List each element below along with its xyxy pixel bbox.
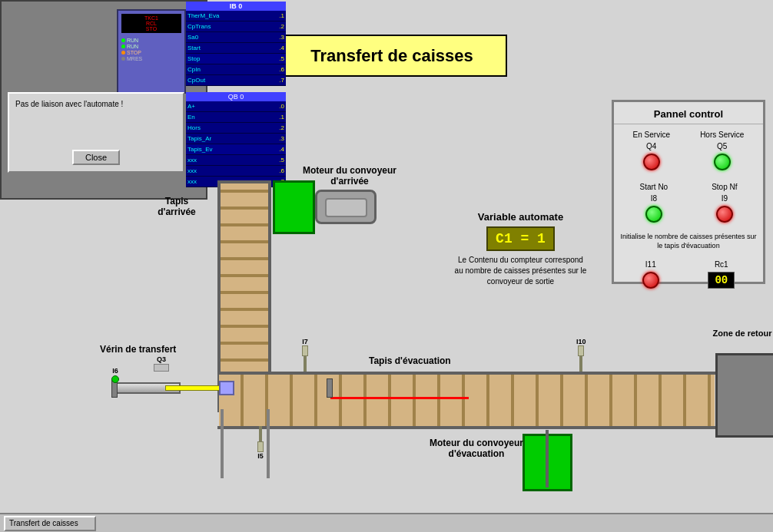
io-label-cptrans: CpTrans — [187, 23, 274, 30]
i7-sensor: I7 — [302, 338, 308, 372]
moteur-arrivee-text: Moteur du convoyeur d'arrivée — [303, 165, 396, 187]
rc1-description: Initialise le nombre de caisses présente… — [614, 229, 763, 254]
io-row-sa0: Sa0 .3 — [186, 32, 286, 43]
tapis-arrivee-label: Tapisd'arrivée — [138, 196, 215, 217]
dialog-text: Pas de liaison avec l'automate ! — [15, 100, 177, 108]
qb-row-tapis-ar: Tapis_Ar .3 — [186, 134, 286, 144]
qb-bit-xxx2: .6 — [274, 167, 284, 174]
io-bit-cptrans: .2 — [274, 23, 284, 30]
i7-body — [302, 345, 308, 356]
verin-text: Vérin de transfert — [100, 344, 176, 355]
qb-bit-tapis-ev: .4 — [274, 146, 284, 153]
i5-label: I5 — [257, 452, 264, 460]
i7-label: I7 — [302, 338, 308, 345]
en-service-led[interactable] — [643, 154, 660, 170]
io-table: IB 0 TherM_Eva .1 CpTrans .2 Sa0 .3 Star… — [186, 2, 286, 86]
qb-row-hors: Hors .2 — [186, 123, 286, 134]
evac-frame-bottom — [217, 426, 717, 429]
panel-control: Pannel control En Service Q4 Hors Servic… — [612, 100, 765, 284]
stop-led-row: STOP — [121, 50, 181, 55]
qb-bit-xxx1: .5 — [274, 157, 284, 164]
q3-indicator: Q3 — [154, 355, 169, 372]
panel-service-row: En Service Q4 Hors Service Q5 — [614, 124, 763, 177]
qb-row-xxx1: xxx .5 — [186, 155, 286, 166]
i10-body — [578, 345, 584, 356]
red-line-indicator — [330, 397, 469, 399]
io-table-header: IB 0 — [186, 2, 286, 11]
stop-nf-io: I9 — [722, 194, 728, 203]
run-led-row: RUN — [121, 38, 181, 43]
belt-arrival-top-frame — [217, 180, 271, 183]
tapis-arrivee-text: Tapisd'arrivée — [158, 196, 196, 217]
rc1-item: Rc1 00 — [708, 260, 735, 289]
qb-row-en: En .1 — [186, 112, 286, 123]
qb-label-tapis-ar: Tapis_Ar — [187, 135, 274, 142]
io-bit-sa0: .3 — [274, 34, 284, 41]
belt-connection-right — [267, 409, 270, 478]
motor-arrival-mechanical — [315, 190, 377, 224]
dialog-box: Pas de liaison avec l'automate ! Close — [8, 92, 184, 173]
io-label-stop: Stop — [187, 55, 274, 62]
stop-nf-label: Stop Nf — [712, 183, 737, 191]
zone-retour-label: Zone de retour — [712, 329, 773, 338]
i11-led[interactable] — [642, 272, 659, 289]
panel-start-stop-row: Start No I8 Stop Nf I9 — [614, 177, 763, 229]
en-service-io: Q4 — [646, 142, 656, 150]
io-row-cpout: CpOut .7 — [186, 75, 286, 86]
belt-connection-left — [221, 409, 224, 478]
cpu-display: TKC1 RCL STO — [121, 14, 181, 33]
motor-arrival-rotor — [325, 198, 367, 217]
io-bit-cpin: .6 — [274, 66, 284, 73]
panel-control-title: Pannel control — [614, 102, 763, 124]
mres-led — [121, 57, 125, 61]
zone-retour — [715, 353, 773, 438]
close-button[interactable]: Close — [72, 150, 120, 165]
i5-stem — [259, 426, 262, 441]
io-row-therm: TherM_Eva .1 — [186, 11, 286, 21]
stop-led — [121, 51, 125, 55]
qb-bit-a+: .0 — [274, 103, 284, 110]
cpu-block: TKC1 RCL STO RUN RUN STOP MRES — [117, 9, 186, 94]
page-title: Transfert de caisses — [310, 46, 473, 66]
qb-label-hors: Hors — [187, 124, 274, 131]
stop-label: STOP — [127, 50, 141, 55]
io-bit-cpout: .7 — [274, 77, 284, 84]
rc1-desc-text: Initialise le nombre de caisses présente… — [620, 233, 756, 249]
stop-nf-led[interactable] — [716, 206, 733, 223]
qb-table-header: QB 0 — [186, 92, 286, 101]
io-row-cptrans: CpTrans .2 — [186, 21, 286, 32]
io-label-therm: TherM_Eva — [187, 12, 274, 19]
rc1-value: 00 — [708, 272, 735, 289]
qb-bit-en: .1 — [274, 114, 284, 121]
start-no-label: Start No — [639, 183, 668, 191]
hors-service-led[interactable] — [714, 154, 731, 170]
verin-head — [219, 381, 234, 395]
io-bit-stop: .5 — [274, 55, 284, 62]
verin-mount-right — [327, 378, 333, 398]
dialog-message: Pas de liaison avec l'automate ! — [9, 94, 183, 114]
moteur-evac-label: Moteur du convoyeur d'évacuation — [426, 438, 526, 459]
run2-led — [121, 45, 125, 48]
io-label-cpin: CpIn — [187, 66, 274, 73]
en-service-item: En Service Q4 — [633, 131, 670, 170]
counter-desc: Le Contenu du compteur correspond au nom… — [453, 255, 588, 287]
io-bit-start: .4 — [274, 45, 284, 51]
i6-label: I6 — [112, 367, 118, 375]
mres-led-row: MRES — [121, 56, 181, 61]
io-row-stop: Stop .5 — [186, 54, 286, 64]
hors-service-item: Hors Service Q5 — [700, 131, 744, 170]
start-no-led[interactable] — [645, 206, 662, 223]
taskbar-item-1[interactable]: Transfert de caisses — [4, 516, 96, 531]
run-led — [121, 38, 125, 42]
taskbar: Transfert de caisses — [0, 513, 773, 532]
io-label-sa0: Sa0 — [187, 34, 274, 41]
rc1-label: Rc1 — [715, 260, 728, 269]
i6-led — [111, 375, 119, 383]
evac-frame-top — [217, 372, 717, 375]
run2-label: RUN — [127, 44, 138, 49]
io-row-start: Start .4 — [186, 43, 286, 54]
motor-arrival-green-box — [273, 180, 315, 234]
qb-label-xxx1: xxx — [187, 157, 274, 164]
i7-stem — [304, 356, 307, 372]
io-label-cpout: CpOut — [187, 77, 274, 84]
